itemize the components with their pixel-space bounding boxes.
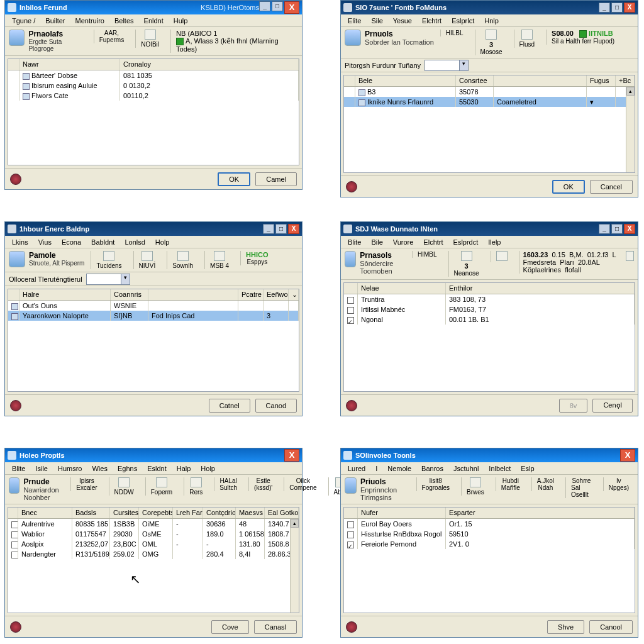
tool-group[interactable]: Sownlh <box>167 251 198 269</box>
menu-item[interactable]: Holp <box>151 237 174 247</box>
menu-item[interactable]: Isile <box>31 464 52 474</box>
checkbox[interactable] <box>347 307 354 314</box>
menu-item[interactable]: Jsctuhnl <box>449 464 483 474</box>
scroll-up-icon[interactable]: ▴ <box>291 519 299 528</box>
tool-group[interactable]: HILBL <box>440 30 469 36</box>
table-row[interactable]: B335078 <box>344 87 635 97</box>
data-grid[interactable]: Halre Coannris Pcatre Eeñwol ⌄ Out's Oun… <box>8 289 299 392</box>
menu-item[interactable]: Yesue <box>389 16 416 26</box>
tool-group[interactable]: HIMBL <box>412 251 442 258</box>
menu-item[interactable]: Builter <box>41 16 69 26</box>
tool-group[interactable]: 3Mosose <box>475 30 508 55</box>
checkbox[interactable] <box>11 521 18 528</box>
col-header[interactable] <box>8 59 19 70</box>
maximize-button[interactable]: □ <box>275 224 287 234</box>
col-header[interactable] <box>344 75 355 86</box>
checkbox[interactable] <box>11 552 18 558</box>
data-grid[interactable]: Bele Consrtee Fugus +Bc B335078 Iknike N… <box>343 75 635 173</box>
col-header[interactable]: Consrtee <box>456 75 494 86</box>
menu-item[interactable]: Hnlp <box>480 16 503 26</box>
menu-item[interactable]: Beltes <box>110 16 138 26</box>
ok-button[interactable]: Cove <box>211 620 249 634</box>
table-row[interactable]: Truntira383 108, 73 <box>344 294 635 304</box>
menu-item[interactable]: Tgune / <box>8 16 40 26</box>
menu-item[interactable]: Inlbelct <box>484 464 515 474</box>
minimize-button[interactable]: _ <box>599 3 610 13</box>
menu-item[interactable]: Elchtrt <box>418 16 446 26</box>
checkbox[interactable] <box>347 297 354 304</box>
titlebar[interactable]: SOlinvoleo Toonls X <box>341 448 638 462</box>
checkbox[interactable] <box>11 541 18 548</box>
data-grid[interactable]: Nufer Esparter Eurol Bay OoersOr1. 15 Hi… <box>343 507 635 613</box>
close-button[interactable]: X <box>284 1 299 14</box>
col-header[interactable]: Esparter <box>446 508 635 518</box>
col-header[interactable]: Enthilor <box>446 283 635 294</box>
table-row[interactable]: Aoslpix213252,0723,B0COML--131.801508.8 <box>8 539 299 549</box>
menu-item[interactable]: I <box>371 464 382 474</box>
menu-item[interactable]: Nemole <box>383 464 416 474</box>
col-header[interactable]: Maesvs * <box>236 508 265 518</box>
checkbox[interactable] <box>347 531 354 538</box>
menu-item[interactable]: Enldnt <box>140 16 168 26</box>
menu-item[interactable]: Vurore <box>389 237 418 247</box>
close-button[interactable]: X <box>620 449 635 462</box>
tool-group[interactable]: Estle(kssd)' <box>248 477 277 491</box>
close-button[interactable]: X <box>284 449 299 462</box>
tool-group[interactable]: SohrreSal Oselllt <box>565 477 597 498</box>
tool-group[interactable]: lisit8Fogroales <box>416 477 455 491</box>
combo-box[interactable]: ▾ <box>86 274 130 285</box>
checkbox[interactable] <box>347 317 354 324</box>
col-header[interactable]: ⌄ <box>289 289 299 300</box>
table-row[interactable]: Fereiorle Pernond2V1. 0 <box>344 539 635 549</box>
col-header[interactable]: Nufer <box>358 508 446 518</box>
tool-group[interactable]: Flusd <box>514 30 540 48</box>
tool-group[interactable]: IpisrsExcaler <box>70 477 102 491</box>
minimize-button[interactable]: _ <box>599 224 610 234</box>
menu-item[interactable]: Mentruiro <box>71 16 109 26</box>
tool-group[interactable]: Brwes <box>461 477 489 496</box>
table-row[interactable]: Hissturlse RnBdbxa Rogol59510 <box>344 529 635 539</box>
table-row[interactable]: Out's OunsWSNIE <box>8 301 299 311</box>
tool-group[interactable]: A.JkolNdah <box>531 477 559 491</box>
scrollbar[interactable]: ▴ <box>290 519 299 613</box>
table-row[interactable]: Yaaronkwon NaloprteSI}NBFod Inips Cad3 <box>8 311 299 321</box>
tool-group[interactable]: NOIBil <box>135 30 164 48</box>
close-button[interactable]: X <box>288 224 299 234</box>
col-header[interactable] <box>344 283 358 294</box>
maximize-button[interactable]: □ <box>611 3 623 13</box>
menu-item[interactable]: Wies <box>87 464 111 474</box>
minimize-button[interactable]: _ <box>259 1 270 11</box>
table-row[interactable]: Iknike Nunrs Frlaunrd55030Coameletred▾ <box>344 97 635 107</box>
tool-group[interactable]: lvNpges) <box>603 477 634 491</box>
table-row[interactable]: Flwors Cate00110,2 <box>8 91 299 101</box>
table-row[interactable]: NardengterR131/5189259.02OMG280.48,4I28.… <box>8 549 299 559</box>
col-header[interactable]: Cursitesl <box>110 508 139 518</box>
menu-item[interactable]: Babldnt <box>87 237 119 247</box>
col-header[interactable]: Pcatre <box>238 289 264 300</box>
menu-item[interactable]: Lkins <box>8 237 33 247</box>
col-header[interactable]: Contçdrion <box>203 508 236 518</box>
tool-group[interactable]: HubdiMañfle <box>496 477 525 491</box>
menu-item[interactable]: Halp <box>172 464 196 474</box>
menu-item[interactable]: Lured <box>343 464 370 474</box>
data-grid[interactable]: Nelae Enthilor Truntira383 108, 73 Irtil… <box>343 282 635 392</box>
tool-group[interactable]: HHICOEsppys <box>240 251 273 265</box>
titlebar[interactable]: 1hbour Enerc Baldnp _□X <box>5 222 302 236</box>
menu-item[interactable]: Hulp <box>169 16 192 26</box>
col-header[interactable]: Bnec <box>18 508 72 518</box>
ok-button[interactable]: OK <box>218 172 250 186</box>
col-header[interactable]: Halre <box>19 289 111 300</box>
titlebar[interactable]: SIO 7sune ' Fontb FoMduns _ □ X <box>341 1 638 14</box>
scroll-up-icon[interactable]: ▴ <box>626 87 635 96</box>
tool-group[interactable]: OilckCompene <box>284 477 321 491</box>
data-grid[interactable]: Bnec Badsls Cursitesl Corepebts Lreh Far… <box>8 507 299 613</box>
cancel-button[interactable]: Canasl <box>254 620 297 634</box>
col-header[interactable]: Nelae <box>358 283 446 294</box>
col-header[interactable] <box>494 75 587 86</box>
close-button[interactable]: X <box>624 3 635 13</box>
tool-group[interactable]: 3Neanose <box>448 251 484 277</box>
col-header[interactable]: Lreh Fars <box>173 508 203 518</box>
col-header[interactable]: Coannris <box>111 289 148 300</box>
menu-item[interactable]: Banros <box>417 464 448 474</box>
menu-item[interactable]: Eghns <box>113 464 142 474</box>
